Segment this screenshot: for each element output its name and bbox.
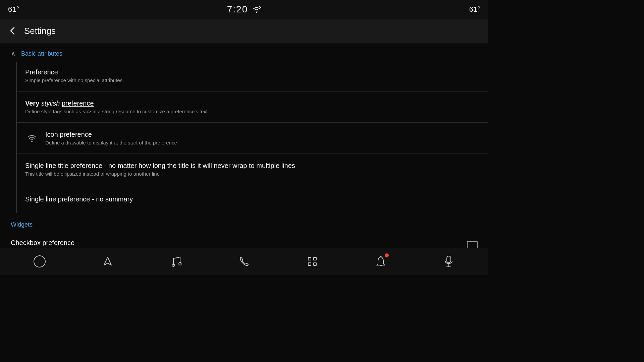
svg-line-1 bbox=[259, 6, 261, 8]
stylish-title-italic: stylish bbox=[41, 100, 62, 107]
page-title: Settings bbox=[24, 26, 56, 36]
chevron-up-icon: ∧ bbox=[11, 50, 16, 58]
stylish-preference-title: Very stylish preference bbox=[25, 100, 94, 107]
section-basic-attributes-title: Basic attributes bbox=[21, 50, 62, 57]
single-line-summary: This title will be ellipsized instead of… bbox=[25, 171, 160, 177]
status-bar: 61° 7:20 61° bbox=[0, 0, 488, 19]
main-content: ∧ Basic attributes Preference Simple pre… bbox=[0, 43, 488, 248]
divider-1 bbox=[17, 91, 488, 92]
temp-left: 61° bbox=[8, 5, 19, 14]
svg-rect-5 bbox=[308, 257, 311, 260]
preference-title: Preference bbox=[25, 68, 58, 76]
single-line-title-item[interactable]: Single line title preference - no matter… bbox=[17, 155, 488, 183]
nav-mic[interactable] bbox=[439, 251, 459, 272]
checkbox-preference-item[interactable]: Checkbox preference Tap anywhere in this… bbox=[0, 232, 488, 248]
bell-icon bbox=[376, 256, 386, 267]
no-summary-title: Single line preference - no summary bbox=[25, 195, 133, 203]
wifi-pref-icon bbox=[25, 132, 39, 144]
wifi-signal-icon bbox=[252, 6, 261, 13]
icon-preference-text: Icon preference Define a drawable to dis… bbox=[45, 131, 478, 145]
navigate-icon bbox=[102, 256, 113, 267]
svg-point-0 bbox=[256, 12, 257, 13]
divider-2 bbox=[17, 122, 488, 123]
phone-icon bbox=[239, 256, 250, 267]
temp-right: 61° bbox=[469, 5, 480, 14]
nav-notifications[interactable] bbox=[371, 251, 391, 272]
stylish-title-bold: Very bbox=[25, 100, 41, 107]
icon-preference-item[interactable]: Icon preference Define a drawable to dis… bbox=[17, 124, 488, 152]
status-center: 7:20 bbox=[227, 4, 262, 15]
icon-preference-title: Icon preference bbox=[45, 131, 478, 138]
svg-rect-6 bbox=[314, 257, 316, 260]
widgets-section: Widgets Checkbox preference Tap anywhere… bbox=[0, 216, 488, 248]
single-line-title: Single line title preference - no matter… bbox=[25, 162, 295, 170]
nav-home[interactable] bbox=[30, 251, 50, 272]
section-widgets[interactable]: Widgets bbox=[0, 216, 488, 232]
music-icon bbox=[171, 256, 181, 267]
nav-music[interactable] bbox=[166, 251, 186, 272]
app-bar: Settings bbox=[0, 19, 488, 43]
home-icon bbox=[34, 255, 46, 267]
checkbox-preference-title: Checkbox preference bbox=[11, 239, 467, 247]
stylish-preference-summary: Define style tags such as <b> in a strin… bbox=[25, 109, 208, 114]
mic-icon bbox=[444, 255, 453, 267]
checkbox-preference-text: Checkbox preference Tap anywhere in this… bbox=[11, 239, 467, 248]
svg-rect-9 bbox=[447, 256, 451, 263]
no-summary-item[interactable]: Single line preference - no summary bbox=[17, 186, 488, 213]
section-widgets-title: Widgets bbox=[11, 221, 33, 228]
svg-rect-7 bbox=[308, 263, 311, 265]
checkbox-widget[interactable] bbox=[467, 241, 478, 248]
divider-3 bbox=[17, 154, 488, 154]
divider-4 bbox=[17, 185, 488, 185]
svg-point-2 bbox=[31, 141, 33, 142]
apps-icon bbox=[307, 256, 318, 267]
back-button[interactable] bbox=[8, 26, 17, 36]
nav-phone[interactable] bbox=[234, 251, 254, 272]
preference-summary: Simple preference with no special attrib… bbox=[25, 77, 122, 83]
stylish-title-underline: preference bbox=[62, 100, 94, 107]
notification-badge bbox=[385, 253, 389, 257]
nav-apps[interactable] bbox=[302, 251, 322, 272]
nav-navigate[interactable] bbox=[98, 251, 118, 272]
svg-rect-8 bbox=[314, 263, 316, 265]
clock: 7:20 bbox=[227, 4, 248, 15]
icon-preference-summary: Define a drawable to display it at the s… bbox=[45, 140, 478, 145]
stylish-preference-item[interactable]: Very stylish preference Define style tag… bbox=[17, 93, 488, 121]
basic-attributes-list: Preference Simple preference with no spe… bbox=[16, 62, 488, 213]
nav-bar bbox=[0, 248, 488, 275]
preference-item[interactable]: Preference Simple preference with no spe… bbox=[17, 62, 488, 90]
section-basic-attributes[interactable]: ∧ Basic attributes bbox=[0, 43, 488, 62]
